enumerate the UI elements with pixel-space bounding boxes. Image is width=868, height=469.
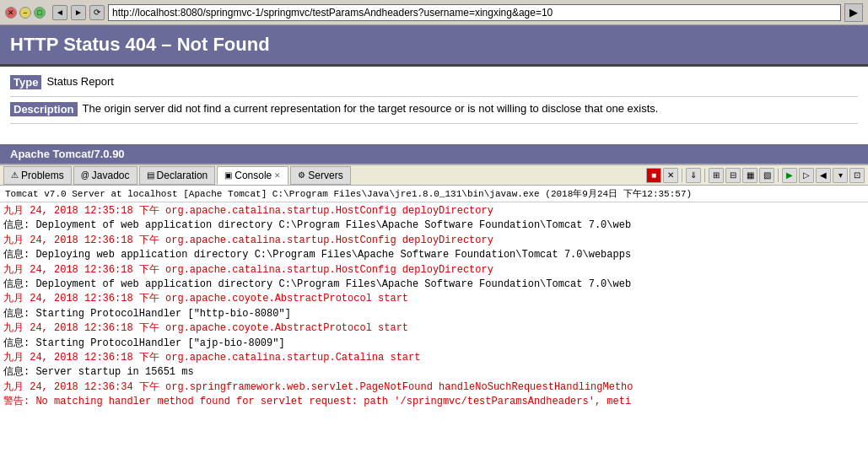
stop-button[interactable]: ■: [646, 168, 661, 183]
separator-2: [704, 169, 705, 182]
browser-chrome: ✕ − □ ◄ ► ⟳ ▶: [0, 0, 868, 25]
console-line: 信息: Starting ProtocolHandler ["ajp-bio-8…: [3, 337, 865, 351]
http-footer: Apache Tomcat/7.0.90: [0, 144, 868, 164]
console-tab-indicator: ✕: [274, 171, 281, 180]
tab-console-label: Console: [235, 170, 272, 181]
clear-button[interactable]: ▦: [742, 168, 757, 183]
close-button[interactable]: ✕: [5, 7, 17, 19]
forward-button[interactable]: ►: [71, 5, 86, 20]
javadoc-icon: @: [81, 170, 89, 180]
console-line: 九月 24, 2018 12:36:34 下午 org.springframew…: [3, 380, 865, 395]
type-label: Type: [10, 75, 41, 89]
back-button[interactable]: ◄: [52, 5, 67, 20]
tab-problems[interactable]: ⚠ Problems: [3, 166, 72, 185]
console-line: 九月 24, 2018 12:36:18 下午 org.apache.catal…: [3, 234, 865, 248]
http-body: Type Status Report Description The origi…: [0, 67, 868, 137]
type-row: Type Status Report: [10, 75, 858, 89]
window-controls: ✕ − □: [5, 7, 46, 19]
expand-button[interactable]: ▾: [833, 168, 848, 183]
tab-console[interactable]: ▣ Console ✕: [217, 166, 288, 185]
go-button[interactable]: ▶: [844, 3, 863, 22]
description-label: Description: [10, 102, 78, 116]
tab-declaration[interactable]: ▤ Declaration: [139, 166, 216, 185]
minimize-button[interactable]: −: [19, 7, 31, 19]
tab-problems-label: Problems: [21, 170, 64, 181]
maximize-button[interactable]: □: [34, 7, 46, 19]
tab-servers-label: Servers: [308, 170, 342, 181]
console-line: 信息: Starting ProtocolHandler ["http-bio-…: [3, 307, 865, 321]
terminate-button[interactable]: ✕: [663, 168, 678, 183]
address-bar[interactable]: [108, 4, 841, 21]
console-line: 九月 24, 2018 12:36:18 下午 org.apache.catal…: [3, 263, 865, 278]
console-line: 九月 24, 2018 12:35:18 下午 org.apache.catal…: [3, 204, 865, 218]
ide-tab-bar: ⚠ Problems @ Javadoc ▤ Declaration ▣ Con…: [0, 164, 868, 186]
type-value: Status Report: [46, 75, 114, 89]
debug-button[interactable]: ▷: [799, 168, 814, 183]
console-line: 九月 24, 2018 12:36:18 下午 org.apache.coyot…: [3, 321, 865, 336]
http-status-page: HTTP Status 404 – Not Found Type Status …: [0, 25, 868, 164]
console-line: 信息: Server startup in 15651 ms: [3, 365, 865, 380]
description-row: Description The origin server did not fi…: [10, 102, 858, 116]
tab-declaration-label: Declaration: [157, 170, 208, 181]
refresh-button[interactable]: ⟳: [89, 5, 105, 20]
pin-button[interactable]: ⊡: [849, 168, 865, 183]
copy-button[interactable]: ⊞: [709, 168, 724, 183]
description-value: The origin server did not find a current…: [83, 102, 659, 116]
console-line: 信息: Deployment of web application direct…: [3, 218, 865, 233]
servers-icon: ⚙: [298, 170, 305, 180]
scroll-lock-button[interactable]: ⇓: [686, 168, 701, 183]
paste-button[interactable]: ⊟: [725, 168, 741, 183]
divider: [10, 96, 858, 97]
http-status-title: HTTP Status 404 – Not Found: [0, 25, 868, 67]
console-line: 九月 24, 2018 12:36:18 下午 org.apache.catal…: [3, 351, 865, 365]
run-button[interactable]: ▶: [782, 168, 797, 183]
tab-servers[interactable]: ⚙ Servers: [290, 166, 350, 185]
separator-3: [778, 169, 779, 182]
server-info-bar: Tomcat v7.0 Server at localhost [Apache …: [0, 186, 868, 202]
console-line: 信息: Deployment of web application direct…: [3, 278, 865, 292]
tab-javadoc-label: Javadoc: [92, 170, 130, 181]
properties-button[interactable]: ▧: [759, 168, 774, 183]
tab-javadoc[interactable]: @ Javadoc: [73, 166, 137, 185]
separator-1: [682, 169, 682, 182]
collapse-button[interactable]: ◀: [816, 168, 831, 183]
console-output: 九月 24, 2018 12:35:18 下午 org.apache.catal…: [0, 202, 868, 411]
console-icon: ▣: [224, 170, 232, 180]
console-line: 警告: No matching handler method found for…: [3, 395, 865, 409]
console-line: 九月 24, 2018 12:36:18 下午 org.apache.coyot…: [3, 292, 865, 306]
problems-icon: ⚠: [11, 170, 19, 180]
console-line: 信息: Deploying web application directory …: [3, 248, 865, 262]
declaration-icon: ▤: [147, 170, 154, 180]
divider-2: [10, 123, 858, 124]
